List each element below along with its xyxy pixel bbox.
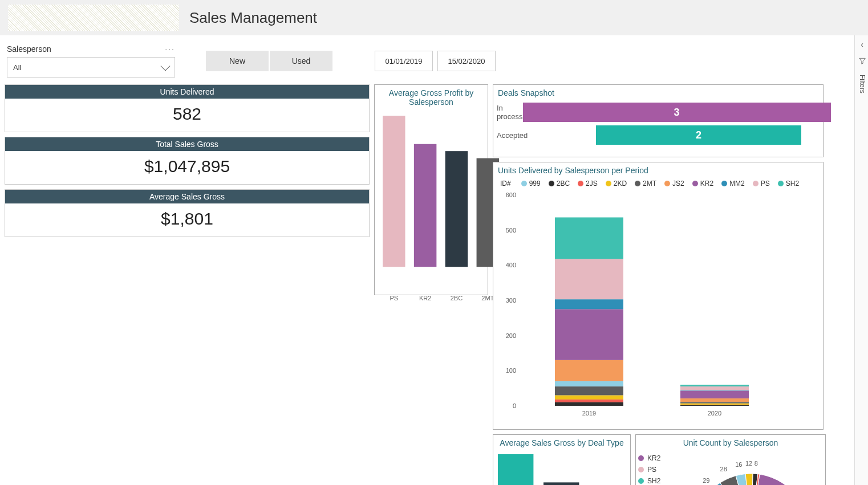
segment-new-button[interactable]: New	[206, 51, 269, 71]
legend-item[interactable]: 2KD	[606, 180, 627, 188]
slicer-more-icon[interactable]: ···	[165, 44, 175, 54]
legend-label: 999	[529, 180, 541, 188]
svg-rect-47	[680, 398, 749, 402]
legend-item[interactable]: 2MT	[635, 180, 656, 188]
legend-swatch	[692, 181, 698, 186]
svg-rect-35	[555, 381, 623, 386]
svg-rect-56	[543, 482, 579, 485]
legend-swatch	[778, 181, 784, 186]
date-from[interactable]: 01/01/2019	[375, 51, 433, 71]
kpi-units-label: Units Delivered	[5, 85, 369, 99]
legend-item[interactable]: 2JS	[578, 180, 598, 188]
svg-rect-46	[680, 402, 749, 402]
stacked-chart-card[interactable]: Units Delivered by Salesperson per Perio…	[493, 162, 824, 430]
pie-legend-item[interactable]: PS	[638, 466, 675, 474]
svg-rect-37	[555, 309, 623, 360]
condition-segment: New Used	[206, 51, 332, 71]
svg-text:600: 600	[506, 192, 516, 198]
legend-label: 2BC	[557, 180, 570, 188]
svg-rect-40	[555, 217, 623, 259]
stacked-title: Units Delivered by Salesperson per Perio…	[498, 166, 818, 177]
legend-item[interactable]: KR2	[692, 180, 713, 188]
legend-item[interactable]: JS2	[664, 180, 684, 188]
dealtype-chart: $2,738Lease$2,237Cash$937Finance	[493, 451, 630, 485]
legend-swatch	[521, 181, 527, 186]
svg-rect-53	[498, 454, 533, 485]
svg-text:200: 200	[506, 332, 516, 339]
chevron-left-icon: ‹	[861, 40, 863, 49]
svg-rect-51	[680, 385, 749, 386]
svg-rect-42	[680, 405, 749, 406]
kpi-total-label: Total Sales Gross	[5, 137, 369, 151]
svg-text:100: 100	[506, 367, 516, 374]
legend-label: PS	[647, 466, 656, 474]
legend-item[interactable]: 2BC	[549, 180, 570, 188]
svg-rect-33	[555, 396, 623, 400]
funnel-icon	[858, 57, 866, 67]
svg-rect-45	[680, 402, 749, 404]
stacked-legend: ID#9992BC2JS2KD2MTJS2KR2MM2PSSH2	[498, 177, 818, 192]
legend-item[interactable]: 999	[521, 180, 541, 188]
svg-text:29: 29	[703, 477, 709, 484]
svg-text:KR2: KR2	[419, 295, 431, 301]
profit-chart-card[interactable]: Average Gross Profit by Salesperson PSKR…	[374, 84, 488, 295]
legend-label: KR2	[700, 180, 713, 188]
pie-chart-card[interactable]: Unit Count by Salesperson KR2PSSH2JS2MM2…	[635, 434, 826, 485]
filters-pane-toggle[interactable]: ‹ Filters	[854, 35, 868, 485]
page-title: Sales Management	[189, 9, 317, 27]
slicer-label: Salesperson	[7, 44, 51, 54]
legend-item[interactable]: PS	[753, 180, 770, 188]
profit-title: Average Gross Profit by Salesperson	[375, 85, 488, 110]
pie-legend-item[interactable]: SH2	[638, 477, 675, 485]
svg-text:28: 28	[720, 466, 727, 472]
chevron-down-icon	[161, 62, 171, 71]
kpi-units[interactable]: Units Delivered 582	[5, 84, 370, 132]
filters-row: Salesperson ··· All New Used 01/01/2019 …	[5, 40, 863, 84]
legend-swatch	[606, 181, 611, 186]
legend-swatch	[549, 181, 554, 186]
svg-text:8: 8	[755, 460, 758, 467]
legend-item[interactable]: SH2	[778, 180, 799, 188]
svg-rect-39	[555, 259, 623, 299]
svg-rect-49	[680, 390, 749, 391]
svg-rect-32	[555, 400, 623, 402]
pie-legend: KR2PSSH2JS2MM22MT9992KD2BC2JS	[636, 451, 677, 485]
legend-swatch	[638, 455, 644, 461]
dealtype-chart-card[interactable]: Average Sales Gross by Deal Type $2,738L…	[493, 434, 631, 485]
svg-text:2020: 2020	[708, 410, 721, 417]
legend-swatch	[664, 181, 670, 186]
legend-item[interactable]: MM2	[721, 180, 745, 188]
kpi-avg[interactable]: Average Sales Gross $1,801	[5, 189, 370, 237]
kpi-avg-value: $1,801	[5, 203, 369, 237]
kpi-units-value: 582	[5, 99, 369, 132]
salesperson-dropdown[interactable]: All	[7, 57, 175, 78]
legend-label: 2MT	[643, 180, 656, 188]
pie-legend-item[interactable]: KR2	[638, 454, 675, 462]
legend-label: KR2	[647, 454, 660, 462]
svg-text:2BC: 2BC	[451, 295, 463, 301]
svg-rect-0	[383, 116, 405, 267]
svg-rect-50	[680, 386, 749, 390]
legend-header: ID#	[500, 180, 511, 188]
svg-text:500: 500	[506, 227, 516, 234]
svg-rect-34	[555, 386, 623, 395]
svg-rect-4	[445, 151, 468, 267]
legend-label: SH2	[786, 180, 799, 188]
date-to[interactable]: 15/02/2020	[437, 51, 496, 71]
pie-chart: 16712612370292816128	[677, 451, 825, 485]
legend-swatch	[578, 181, 583, 186]
svg-text:PS: PS	[390, 295, 398, 301]
svg-rect-2	[414, 144, 436, 267]
filters-pane-label: Filters	[858, 75, 866, 93]
dealtype-title: Average Sales Gross by Deal Type	[493, 435, 630, 451]
logo-placeholder	[8, 5, 179, 31]
kpi-total[interactable]: Total Sales Gross $1,047,895	[5, 137, 370, 185]
legend-swatch	[638, 467, 644, 472]
legend-label: MM2	[729, 180, 745, 188]
svg-text:300: 300	[506, 297, 516, 304]
legend-label: JS2	[672, 180, 684, 188]
kpi-stack: Units Delivered 582 Total Sales Gross $1…	[5, 84, 370, 430]
date-range: 01/01/2019 15/02/2020	[375, 51, 496, 71]
segment-used-button[interactable]: Used	[270, 51, 332, 71]
kpi-avg-label: Average Sales Gross	[5, 190, 369, 203]
